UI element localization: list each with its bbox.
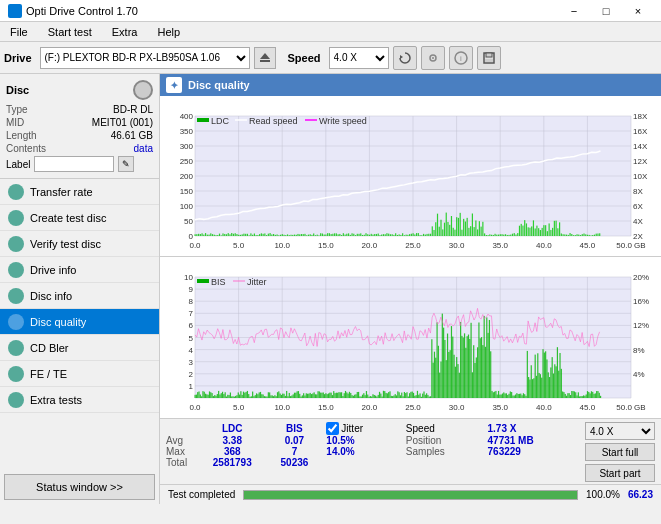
length-value: 46.61 GB [111,130,153,141]
stats-total-row: Total 2581793 50236 [166,457,577,468]
label-edit-button[interactable]: ✎ [118,156,134,172]
status-text: Test completed [168,489,235,500]
svg-text:i: i [460,54,462,63]
charts-area: LDC BIS Jitter Speed 1.73 X [160,96,661,484]
sidebar: Disc Type BD-R DL MID MEIT01 (001) Lengt… [0,74,160,504]
menubar: File Start test Extra Help [0,22,661,42]
progress-bar [244,491,577,499]
panel-header: ✦ Disc quality [160,74,661,96]
svg-rect-1 [260,60,270,62]
label-label: Label [6,159,30,170]
status-window-button[interactable]: Status window >> [4,474,155,500]
nav-label-create-test-disc: Create test disc [30,212,106,224]
close-button[interactable]: × [623,2,653,20]
main-content: Disc Type BD-R DL MID MEIT01 (001) Lengt… [0,74,661,504]
nav-label-disc-info: Disc info [30,290,72,302]
svg-marker-0 [260,53,270,59]
avg-ldc: 3.38 [196,435,269,446]
sidebar-item-fe-te[interactable]: FE / TE [0,361,159,387]
eject-button[interactable] [254,47,276,69]
toolbar: Drive (F:) PLEXTOR BD-R PX-LB950SA 1.06 … [0,42,661,74]
sidebar-nav: Transfer rate Create test disc Verify te… [0,179,159,470]
panel-title: Disc quality [188,79,250,91]
save-button[interactable] [477,46,501,70]
start-part-button[interactable]: Start part [585,464,655,482]
bottom-chart-container [160,256,661,418]
create-test-disc-icon [8,210,24,226]
nav-label-extra-tests: Extra tests [30,394,82,406]
run-speed-select[interactable]: 4.0 X [585,422,655,440]
type-label: Type [6,104,28,115]
max-jitter: 14.0% [320,446,400,457]
jitter-label: Jitter [341,423,363,434]
drive-label: Drive [4,52,32,64]
panel-icon: ✦ [166,77,182,93]
disc-info-icon [8,288,24,304]
sidebar-item-disc-info[interactable]: Disc info [0,283,159,309]
speed-select[interactable]: 4.0 X 2.0 X 8.0 X [329,47,389,69]
samples-value: 763229 [484,446,577,457]
top-chart [160,96,661,256]
bis-col-header: BIS [269,422,321,435]
stats-data-table: LDC BIS Jitter Speed 1.73 X [166,422,577,468]
avg-jitter: 10.5% [320,435,400,446]
minimize-button[interactable]: − [559,2,589,20]
disc-icon [133,80,153,100]
refresh-icon [398,51,412,65]
total-ldc: 2581793 [196,457,269,468]
avg-label: Avg [166,435,196,446]
jitter-checkbox[interactable] [326,422,339,435]
sidebar-item-transfer-rate[interactable]: Transfer rate [0,179,159,205]
ldc-col-header: LDC [196,422,269,435]
stats-avg-row: Avg 3.38 0.07 10.5% Position 47731 MB [166,435,577,446]
control-buttons: 4.0 X Start full Start part [585,422,655,482]
max-bis: 7 [269,446,321,457]
speed-header: Speed [400,422,484,435]
save-icon [482,51,496,65]
mid-value: MEIT01 (001) [92,117,153,128]
refresh-button[interactable] [393,46,417,70]
status-number: 66.23 [628,489,653,500]
sidebar-item-disc-quality[interactable]: Disc quality [0,309,159,335]
position-value: 47731 MB [484,435,577,446]
menu-starttest[interactable]: Start test [42,24,98,40]
top-chart-container [160,96,661,256]
sidebar-item-drive-info[interactable]: Drive info [0,257,159,283]
menu-help[interactable]: Help [151,24,186,40]
maximize-button[interactable]: □ [591,2,621,20]
verify-test-disc-icon [8,236,24,252]
sidebar-item-extra-tests[interactable]: Extra tests [0,387,159,413]
settings-button[interactable] [421,46,445,70]
nav-label-disc-quality: Disc quality [30,316,86,328]
label-input[interactable] [34,156,114,172]
disc-quality-icon [8,314,24,330]
sidebar-item-create-test-disc[interactable]: Create test disc [0,205,159,231]
disc-length-row: Length 46.61 GB [6,130,153,141]
info-button[interactable]: i [449,46,473,70]
svg-rect-8 [486,53,492,57]
jitter-checkbox-label[interactable]: Jitter [326,422,400,435]
svg-marker-2 [400,55,403,59]
speed-label: Speed [288,52,321,64]
total-label: Total [166,457,196,468]
nav-label-drive-info: Drive info [30,264,76,276]
drive-select[interactable]: (F:) PLEXTOR BD-R PX-LB950SA 1.06 [40,47,250,69]
drive-info-icon [8,262,24,278]
mid-label: MID [6,117,24,128]
nav-label-cd-bler: CD Bler [30,342,69,354]
sidebar-item-verify-test-disc[interactable]: Verify test disc [0,231,159,257]
svg-point-4 [432,57,434,59]
disc-info-panel: Disc Type BD-R DL MID MEIT01 (001) Lengt… [0,74,159,179]
avg-bis: 0.07 [269,435,321,446]
max-ldc: 368 [196,446,269,457]
stats-panel: LDC BIS Jitter Speed 1.73 X [160,418,661,484]
menu-extra[interactable]: Extra [106,24,144,40]
extra-tests-icon [8,392,24,408]
sidebar-item-cd-bler[interactable]: CD Bler [0,335,159,361]
titlebar: Opti Drive Control 1.70 − □ × [0,0,661,22]
app-icon [8,4,22,18]
start-full-button[interactable]: Start full [585,443,655,461]
menu-file[interactable]: File [4,24,34,40]
disc-mid-row: MID MEIT01 (001) [6,117,153,128]
cd-bler-icon [8,340,24,356]
